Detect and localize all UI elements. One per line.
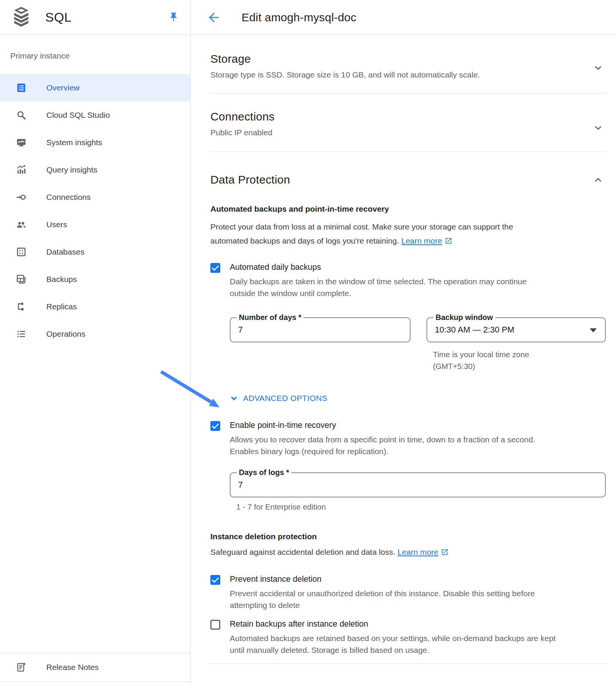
advanced-options-toggle[interactable]: ADVANCED OPTIONS: [229, 393, 327, 403]
page-title: Edit amogh-mysql-doc: [242, 11, 356, 24]
backups-icon: [16, 274, 27, 285]
sidebar-item-label: Cloud SQL Studio: [46, 111, 110, 120]
automated-daily-backups-label: Automated daily backups: [230, 263, 527, 272]
sidebar-item-label: Release Notes: [46, 663, 99, 672]
system-insights-icon: [16, 137, 27, 148]
release-notes-icon: [16, 662, 27, 673]
automated-daily-backups-row: Automated daily backups Daily backups ar…: [210, 263, 606, 299]
days-of-logs-wrap: Days of logs * 7 1 - 7 for Enterprise ed…: [230, 472, 606, 511]
pin-icon[interactable]: [168, 12, 179, 22]
automated-backups-intro: Protect your data from loss at a minimal…: [210, 220, 590, 249]
sidebar-item-users[interactable]: Users: [0, 211, 190, 238]
storage-section-summary: Storage type is SSD. Storage size is 10 …: [210, 70, 480, 79]
sidebar-item-operations[interactable]: Operations: [0, 320, 190, 348]
learn-more-link[interactable]: Learn more: [398, 548, 438, 556]
sidebar-header: SQL: [0, 0, 190, 35]
automated-backups-heading: Automated backups and point-in-time reco…: [210, 204, 606, 214]
users-icon: [16, 219, 27, 230]
sidebar-item-label: Operations: [46, 329, 85, 339]
sidebar-item-connections[interactable]: Connections: [0, 184, 190, 211]
prevent-instance-deletion-checkbox[interactable]: [210, 575, 220, 585]
point-in-time-recovery-description: Allows you to recover data from a specif…: [230, 434, 535, 457]
data-protection-collapse-chevron-up-icon[interactable]: [592, 174, 604, 186]
cloud-sql-edit-page: SQL Primary instance Overview: [0, 0, 616, 684]
sidebar-item-release-notes[interactable]: Release Notes: [0, 653, 190, 682]
sidebar-item-databases[interactable]: Databases: [0, 238, 190, 266]
databases-icon: [16, 247, 27, 257]
connections-section-summary: Public IP enabled: [210, 128, 275, 137]
sidebar-item-label: Overview: [46, 83, 80, 92]
connections-section-title: Connections: [210, 110, 275, 123]
data-protection-section-title: Data Protection: [210, 173, 290, 186]
sidebar-item-backups[interactable]: Backups: [0, 266, 190, 293]
storage-expand-chevron-down-icon[interactable]: [592, 62, 604, 74]
sidebar-item-cloud-sql-studio[interactable]: Cloud SQL Studio: [0, 101, 190, 129]
backup-fields-row: Number of days * 7 Backup window 10:30 A…: [230, 317, 606, 342]
sidebar-item-label: Databases: [46, 247, 84, 256]
timezone-helper-text: Time is your local time zone (GMT+5:30): [426, 348, 529, 372]
advanced-options-label: ADVANCED OPTIONS: [243, 394, 327, 403]
intro-line-2: automated backups and days of logs you'r…: [210, 234, 590, 249]
point-in-time-recovery-label: Enable point-in-time recovery: [230, 421, 535, 430]
sidebar-item-query-insights[interactable]: Query insights: [0, 156, 190, 184]
prevent-instance-deletion-label: Prevent instance deletion: [230, 575, 535, 584]
backup-window-helper-row: Time is your local time zone (GMT+5:30): [230, 342, 606, 372]
prevent-instance-deletion-description: Prevent accidental or unauthorized delet…: [230, 587, 535, 611]
number-of-days-label: Number of days *: [237, 313, 303, 322]
dropdown-caret-icon: [590, 328, 597, 332]
page-header: Edit amogh-mysql-doc: [191, 0, 616, 35]
backup-window-select[interactable]: Backup window 10:30 AM — 2:30 PM: [426, 317, 606, 342]
days-of-logs-helper: 1 - 7 for Enterprise edition: [236, 502, 606, 511]
automated-daily-backups-description: Daily backups are taken in the window of…: [230, 276, 527, 299]
sidebar-item-overview[interactable]: Overview: [0, 74, 190, 101]
cloud-sql-logo-icon: [13, 7, 30, 28]
back-arrow-icon[interactable]: [207, 10, 221, 25]
sidebar-item-replicas[interactable]: Replicas: [0, 293, 190, 320]
retain-backups-row: Retain backups after instance deletion A…: [210, 619, 606, 656]
sidebar-section-label: Primary instance: [0, 35, 190, 74]
retain-backups-description: Automated backups are retained based on …: [230, 632, 556, 656]
sidebar-item-label: Replicas: [46, 302, 77, 311]
point-in-time-recovery-checkbox[interactable]: [210, 421, 220, 431]
sidebar-item-label: System insights: [46, 138, 102, 147]
product-name: SQL: [45, 10, 72, 25]
point-in-time-recovery-row: Enable point-in-time recovery Allows you…: [210, 421, 606, 457]
retain-backups-label: Retain backups after instance deletion: [230, 619, 556, 629]
days-of-logs-label: Days of logs *: [237, 468, 291, 477]
section-connections: Connections Public IP enabled: [210, 93, 606, 152]
instance-deletion-protection-heading: Instance deletion protection: [210, 532, 606, 541]
sidebar: SQL Primary instance Overview: [0, 0, 191, 684]
storage-section-title: Storage: [210, 52, 480, 65]
replicas-icon: [16, 301, 27, 312]
connections-icon: [16, 192, 27, 203]
days-of-logs-field[interactable]: Days of logs * 7: [230, 472, 606, 497]
intro-line-1: Protect your data from loss at a minimal…: [210, 220, 590, 234]
automated-daily-backups-checkbox[interactable]: [210, 263, 220, 273]
number-of-days-field[interactable]: Number of days * 7: [230, 317, 411, 342]
search-icon: [16, 110, 27, 120]
external-link-icon: [441, 548, 449, 558]
external-link-icon: [445, 235, 452, 249]
operations-icon: [16, 329, 27, 339]
sidebar-item-label: Connections: [46, 193, 91, 202]
overview-icon: [16, 82, 27, 93]
chevron-down-icon: [229, 393, 239, 403]
sidebar-item-label: Users: [46, 220, 67, 229]
query-insights-icon: [16, 165, 27, 175]
sidebar-item-label: Query insights: [46, 165, 97, 174]
sidebar-item-system-insights[interactable]: System insights: [0, 129, 190, 156]
retain-backups-checkbox[interactable]: [210, 620, 220, 630]
backup-window-label: Backup window: [433, 313, 495, 322]
sidebar-item-label: Backups: [46, 275, 77, 284]
main-panel: Edit amogh-mysql-doc Storage Storage typ…: [191, 0, 616, 684]
prevent-instance-deletion-row: Prevent instance deletion Prevent accide…: [210, 575, 606, 611]
section-data-protection: Data Protection Automated backups and po…: [210, 152, 606, 664]
instance-deletion-protection-intro: Safeguard against accidental deletion an…: [210, 548, 606, 558]
section-storage: Storage Storage type is SSD. Storage siz…: [210, 35, 606, 93]
edit-form: Storage Storage type is SSD. Storage siz…: [191, 35, 616, 664]
connections-expand-chevron-down-icon[interactable]: [592, 122, 604, 134]
learn-more-link[interactable]: Learn more: [401, 236, 442, 245]
